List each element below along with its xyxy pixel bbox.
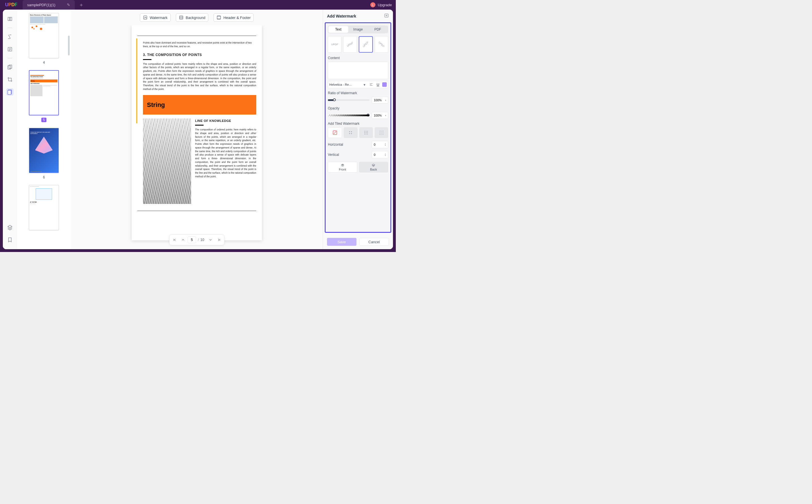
thumbnail-label-6: 6 bbox=[43, 175, 45, 179]
svg-point-12 bbox=[349, 131, 350, 132]
edit-icon[interactable] bbox=[6, 46, 14, 53]
svg-point-20 bbox=[366, 132, 366, 133]
page-body-1: The composition of ordered points: here … bbox=[143, 62, 256, 91]
organize-icon[interactable] bbox=[6, 63, 14, 71]
page-accent-bar bbox=[136, 38, 137, 123]
horizontal-label: Horizontal bbox=[328, 143, 343, 147]
last-page-button[interactable] bbox=[215, 236, 223, 244]
svg-point-24 bbox=[367, 134, 368, 135]
vertical-input[interactable]: 0▲▼ bbox=[372, 151, 388, 158]
svg-point-40 bbox=[383, 134, 384, 135]
svg-point-36 bbox=[383, 133, 384, 134]
tile-4x4[interactable] bbox=[375, 127, 388, 138]
tab-text[interactable]: Text bbox=[328, 26, 348, 33]
thumbnail-page-7[interactable]: small text at top describing content AT … bbox=[29, 185, 59, 230]
pdf-page: Points also have dominant and recessive … bbox=[132, 25, 262, 240]
tile-2x2[interactable] bbox=[344, 127, 357, 138]
page-view: Watermark Background Header & Footer Poi… bbox=[71, 10, 323, 249]
top-toolbar: Watermark Background Header & Footer bbox=[140, 10, 254, 25]
back-button[interactable]: Back bbox=[359, 162, 388, 173]
tab-image[interactable]: Image bbox=[348, 26, 368, 33]
svg-rect-8 bbox=[217, 16, 221, 17]
save-button[interactable]: Save bbox=[327, 238, 356, 246]
opacity-slider[interactable] bbox=[328, 115, 370, 116]
crop-icon[interactable] bbox=[6, 76, 14, 83]
svg-point-17 bbox=[366, 131, 366, 132]
svg-point-32 bbox=[383, 132, 384, 133]
tile-none[interactable] bbox=[328, 127, 342, 138]
content-textarea[interactable] bbox=[328, 62, 388, 79]
ratio-label: Ratio of Watermark bbox=[328, 91, 388, 95]
user-avatar[interactable]: L bbox=[370, 2, 375, 7]
front-button[interactable]: Front bbox=[328, 162, 357, 173]
svg-point-30 bbox=[381, 132, 381, 133]
svg-point-25 bbox=[379, 131, 380, 131]
ratio-value[interactable]: 100%▾ bbox=[372, 97, 388, 104]
page-tools-icon[interactable] bbox=[6, 88, 14, 96]
panel-export-icon[interactable] bbox=[384, 13, 389, 19]
font-dropdown-icon[interactable]: ▾ bbox=[362, 82, 367, 87]
horizontal-input[interactable]: 0▲▼ bbox=[372, 141, 388, 148]
cancel-button[interactable]: Cancel bbox=[359, 238, 389, 246]
page-navigator: / 10 bbox=[169, 234, 225, 245]
opacity-value[interactable]: 100%▾ bbox=[372, 112, 388, 119]
reader-icon[interactable] bbox=[6, 15, 14, 23]
svg-point-27 bbox=[382, 131, 383, 131]
orientation-diag-up-2[interactable]: UPDF bbox=[359, 36, 373, 53]
comment-icon[interactable] bbox=[6, 33, 14, 40]
front-icon bbox=[341, 163, 345, 167]
layers-icon[interactable] bbox=[6, 224, 14, 231]
upgrade-button[interactable]: Upgrade bbox=[378, 3, 392, 7]
back-icon bbox=[371, 163, 375, 167]
font-select[interactable]: Helvetica - Re… bbox=[329, 83, 360, 86]
thumbnail-label-5: 5 bbox=[41, 118, 47, 122]
background-icon bbox=[179, 15, 183, 20]
background-tool[interactable]: Background bbox=[176, 13, 209, 22]
thumbnail-page-6[interactable]: PRISM DECOMPOSITI ON SUNLIGHT EXPERIMENT… bbox=[29, 128, 59, 173]
titlebar: UPDF samplePDF(1)(1) ✎ ＋ L Upgrade bbox=[0, 0, 396, 10]
thumbnail-label-4: 4 bbox=[43, 61, 45, 64]
svg-point-33 bbox=[379, 133, 380, 134]
watermark-panel: Add Watermark Text Image PDF UPDF UPDF U… bbox=[323, 10, 393, 249]
orientation-diag-down[interactable]: UPDF bbox=[375, 36, 388, 53]
thumbnail-page-5[interactable]: THE COMPOSITION OF POINTS text text text… bbox=[29, 70, 59, 115]
page-number-input[interactable] bbox=[188, 236, 196, 243]
ratio-slider[interactable] bbox=[328, 99, 370, 101]
svg-rect-6 bbox=[179, 16, 183, 19]
tile-3x3[interactable] bbox=[359, 127, 373, 138]
panel-title: Add Watermark bbox=[327, 14, 356, 18]
prev-page-button[interactable] bbox=[179, 236, 187, 244]
left-rail bbox=[3, 10, 17, 249]
svg-point-26 bbox=[381, 131, 381, 131]
svg-point-16 bbox=[364, 131, 365, 132]
align-icon[interactable] bbox=[369, 82, 374, 87]
tab-filename: samplePDF(1)(1) bbox=[27, 3, 55, 7]
svg-point-31 bbox=[382, 132, 383, 133]
new-tab-button[interactable]: ＋ bbox=[79, 1, 84, 8]
svg-point-13 bbox=[351, 131, 352, 132]
tab-pdf[interactable]: PDF bbox=[368, 26, 388, 33]
tab-edit-icon[interactable]: ✎ bbox=[67, 3, 70, 7]
underline-icon[interactable]: U bbox=[375, 82, 381, 87]
document-tab[interactable]: samplePDF(1)(1) ✎ bbox=[23, 0, 75, 10]
svg-point-19 bbox=[364, 132, 365, 133]
color-swatch[interactable] bbox=[382, 82, 387, 87]
svg-point-38 bbox=[381, 134, 381, 135]
app-logo: UPDF bbox=[0, 2, 16, 7]
header-footer-icon bbox=[217, 15, 221, 20]
page-separator: / bbox=[198, 238, 199, 242]
watermark-tool[interactable]: Watermark bbox=[140, 13, 171, 22]
vertical-stepper[interactable]: ▲▼ bbox=[385, 153, 386, 156]
thumbnail-page-4[interactable]: Basic Elements of Plane Space Lorem ipsu… bbox=[29, 13, 59, 58]
bookmark-icon[interactable] bbox=[6, 236, 14, 244]
header-footer-tool[interactable]: Header & Footer bbox=[214, 13, 254, 22]
rail-separator bbox=[8, 58, 12, 58]
horizontal-stepper[interactable]: ▲▼ bbox=[385, 143, 386, 146]
orientation-horizontal[interactable]: UPDF bbox=[328, 36, 342, 53]
page-body-2: The composition of ordered points: here … bbox=[195, 128, 256, 178]
next-page-button[interactable] bbox=[207, 236, 214, 244]
svg-point-15 bbox=[351, 133, 352, 134]
orientation-diag-up[interactable]: UPDF bbox=[343, 36, 357, 53]
svg-point-35 bbox=[382, 133, 383, 134]
first-page-button[interactable] bbox=[171, 236, 179, 244]
